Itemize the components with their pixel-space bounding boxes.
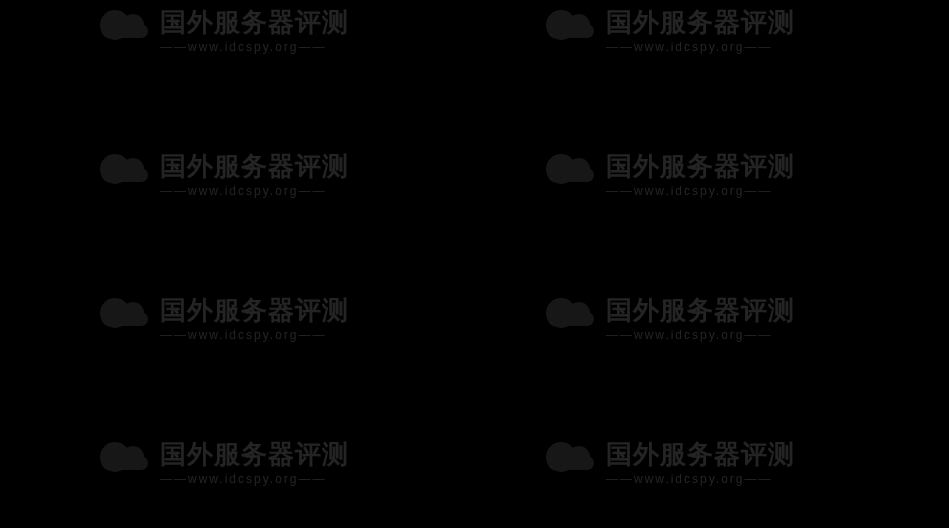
cloud-icon (542, 294, 598, 328)
cloud-icon (96, 438, 152, 472)
cloud-icon (96, 294, 152, 328)
watermark: 国外服务器评测 ——www.idcspy.org—— (606, 290, 795, 345)
cloud-icon (542, 6, 598, 40)
watermark: 国外服务器评测 ——www.idcspy.org—— (606, 2, 795, 57)
cloud-icon (542, 438, 598, 472)
watermark: 国外服务器评测 ——www.idcspy.org—— (606, 434, 795, 489)
watermark: 国外服务器评测 ——www.idcspy.org—— (160, 290, 349, 345)
cloud-icon (96, 150, 152, 184)
cloud-icon (96, 6, 152, 40)
cloud-icon (542, 150, 598, 184)
watermark: 国外服务器评测 ——www.idcspy.org—— (160, 146, 349, 201)
watermark: 国外服务器评测 ——www.idcspy.org—— (160, 2, 349, 57)
watermark: 国外服务器评测 ——www.idcspy.org—— (606, 146, 795, 201)
watermark: 国外服务器评测 ——www.idcspy.org—— (160, 434, 349, 489)
